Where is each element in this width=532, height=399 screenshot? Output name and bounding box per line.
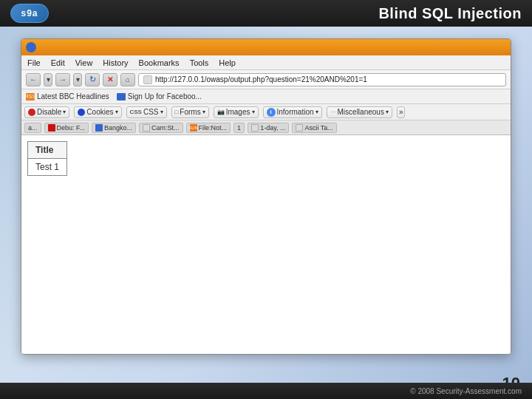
page-icon	[117, 93, 126, 100]
tab-cam-icon	[143, 124, 150, 132]
tabs-bar: a... Debu: F... Bangko... Cam:St... SUN …	[21, 120, 511, 135]
tab-num[interactable]: 1	[233, 123, 245, 133]
copyright-text: © 2008 Security-Assessment.com	[410, 387, 522, 395]
more-button[interactable]: »	[397, 106, 406, 118]
bookmark-facebook-label: Sign Up for Faceboo...	[128, 92, 202, 100]
slide-title: Blind SQL Injection	[378, 5, 522, 22]
cookies-label: Cookies	[86, 108, 113, 116]
misc-arrow: ▾	[386, 109, 389, 115]
tab-ascii-icon	[296, 124, 303, 132]
information-arrow: ▾	[316, 109, 318, 115]
cookies-icon	[78, 109, 85, 116]
images-icon: 📷	[217, 109, 225, 115]
css-arrow: ▾	[160, 109, 163, 115]
logo: s9a	[10, 4, 49, 23]
content-area: Title Test 1	[21, 135, 511, 354]
bookmark-bbc[interactable]: RSS Latest BBC Headlines	[26, 92, 109, 100]
cookies-button[interactable]: Cookies ▾	[74, 106, 121, 118]
tab-1day-label: 1-day, ...	[260, 124, 285, 132]
tab-filenot-label: File:Not...	[199, 124, 228, 132]
browser-window: File Edit View History Bookmarks Tools H…	[21, 38, 511, 355]
disable-arrow: ▾	[63, 109, 66, 115]
copyright-bar: © 2008 Security-Assessment.com	[0, 383, 532, 399]
images-label: Images	[226, 108, 250, 116]
tab-bangko-label: Bangko...	[104, 124, 132, 132]
images-button[interactable]: 📷 Images ▾	[214, 106, 259, 118]
reload-button[interactable]: ↻	[85, 73, 100, 86]
table-row: Test 1	[28, 159, 67, 176]
tab-debu[interactable]: Debu: F...	[44, 123, 89, 133]
url-icon	[143, 75, 152, 84]
menu-history[interactable]: History	[103, 58, 128, 67]
menu-bookmarks[interactable]: Bookmarks	[139, 58, 180, 67]
tab-filenot[interactable]: SUN File:Not...	[186, 123, 231, 133]
webdev-toolbar: Disable ▾ Cookies ▾ CSS CSS ▾ □ Forms ▾ …	[21, 104, 511, 120]
header-bar: s9a Blind SQL Injection	[0, 0, 532, 27]
tab-1day-icon	[251, 124, 259, 132]
nav-bar: ← ▾ → ▾ ↻ ✕ ⌂ http://127.0.0.1/owasp/out…	[21, 70, 511, 89]
tab-bangko-icon	[95, 124, 103, 132]
disable-button[interactable]: Disable ▾	[24, 106, 69, 118]
tab-ascii-label: Ascii Ta...	[304, 124, 332, 132]
tab-cam[interactable]: Cam:St...	[139, 123, 183, 133]
information-button[interactable]: i Information ▾	[263, 106, 322, 118]
tab-bangko[interactable]: Bangko...	[92, 123, 136, 133]
tab-filenot-icon: SUN	[190, 124, 197, 132]
miscellaneous-button[interactable]: ⸻ Miscellaneous ▾	[327, 106, 392, 118]
back-button[interactable]: ←	[26, 73, 41, 86]
images-arrow: ▾	[252, 109, 255, 115]
menu-tools[interactable]: Tools	[190, 58, 209, 67]
menu-view[interactable]: View	[75, 58, 93, 67]
bookmarks-bar: RSS Latest BBC Headlines Sign Up for Fac…	[21, 89, 511, 104]
misc-icon: ⸻	[330, 109, 336, 115]
css-icon: CSS	[130, 109, 142, 115]
menu-file[interactable]: File	[27, 58, 41, 67]
forms-arrow: ▾	[202, 109, 205, 115]
forward-dropdown-button[interactable]: ▾	[73, 73, 82, 86]
miscellaneous-label: Miscellaneous	[338, 108, 384, 116]
css-label: CSS	[143, 108, 159, 116]
menu-help[interactable]: Help	[219, 58, 236, 67]
disable-icon	[28, 109, 35, 116]
disable-label: Disable	[37, 108, 61, 116]
browser-logo-icon	[26, 42, 36, 52]
tab-debu-icon	[48, 124, 55, 132]
results-table: Title Test 1	[27, 141, 67, 176]
tab-num-label: 1	[237, 124, 241, 132]
tab-ascii[interactable]: Ascii Ta...	[292, 123, 336, 133]
rss-icon: RSS	[26, 93, 35, 100]
back-dropdown-button[interactable]: ▾	[44, 73, 52, 86]
tab-a-label: a...	[28, 124, 38, 132]
css-button[interactable]: CSS CSS ▾	[126, 106, 167, 118]
home-button[interactable]: ⌂	[120, 73, 135, 86]
table-cell-test1: Test 1	[28, 159, 67, 176]
information-icon: i	[267, 108, 276, 117]
forms-button[interactable]: □ Forms ▾	[171, 106, 209, 118]
information-label: Information	[277, 108, 314, 116]
forms-icon: □	[175, 109, 179, 115]
menu-edit[interactable]: Edit	[51, 58, 65, 67]
bookmark-facebook[interactable]: Sign Up for Faceboo...	[117, 92, 202, 100]
tab-1day[interactable]: 1-day, ...	[248, 123, 289, 133]
table-header-title: Title	[28, 142, 67, 159]
stop-button[interactable]: ✕	[103, 73, 117, 86]
url-bar[interactable]: http://127.0.0.1/owasp/output.php?questi…	[138, 73, 506, 86]
forward-button[interactable]: →	[55, 73, 70, 86]
logo-area: s9a	[10, 4, 49, 23]
menu-bar: File Edit View History Bookmarks Tools H…	[21, 55, 511, 70]
bookmark-bbc-label: Latest BBC Headlines	[37, 92, 109, 100]
cookies-arrow: ▾	[115, 109, 118, 115]
tab-debu-label: Debu: F...	[57, 124, 86, 132]
tab-a[interactable]: a...	[24, 123, 41, 133]
forms-label: Forms	[180, 108, 200, 116]
browser-chrome-bar	[21, 39, 511, 55]
url-text: http://127.0.0.1/owasp/output.php?questi…	[155, 75, 367, 83]
tab-cam-label: Cam:St...	[151, 124, 180, 132]
